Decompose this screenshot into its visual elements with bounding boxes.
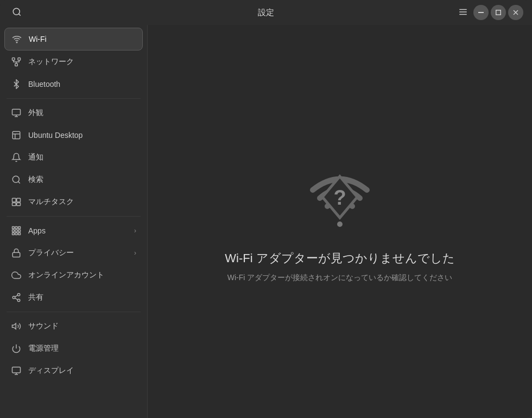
sidebar-item-network[interactable]: ネットワーク	[4, 51, 143, 73]
sidebar-item-ubuntu-label: Ubuntu Desktop	[28, 131, 83, 140]
bluetooth-icon	[11, 79, 22, 90]
sidebar-item-online-accounts-label: オンラインアカウント	[28, 270, 104, 280]
svg-line-36	[15, 298, 17, 300]
wifi-no-adapter-icon: ?	[305, 160, 375, 231]
sidebar-item-network-label: ネットワーク	[28, 57, 74, 67]
svg-text:?: ?	[333, 186, 346, 209]
wifi-icon	[11, 34, 22, 45]
svg-rect-22	[17, 203, 21, 206]
multitask-icon	[11, 197, 22, 207]
titlebar: 設定	[0, 0, 532, 25]
sidebar-item-sharing[interactable]: 共有	[4, 287, 143, 308]
settings-window: 設定	[0, 0, 532, 418]
divider-1	[7, 98, 141, 99]
svg-rect-20	[17, 198, 21, 202]
svg-point-9	[16, 42, 17, 43]
sidebar-item-privacy-label: プライバシー	[28, 248, 74, 258]
svg-line-37	[15, 295, 17, 297]
svg-rect-30	[15, 233, 17, 235]
sidebar-item-appearance[interactable]: 外観	[4, 102, 143, 124]
cloud-icon	[11, 270, 22, 281]
power-icon	[11, 343, 22, 354]
svg-rect-40	[12, 367, 21, 373]
sidebar-item-multitask-label: マルチタスク	[28, 197, 74, 207]
sidebar-item-search-label: 検索	[28, 175, 43, 185]
share-icon	[11, 292, 22, 303]
svg-rect-16	[12, 131, 20, 139]
svg-rect-28	[18, 230, 21, 232]
sidebar-item-ubuntu-desktop[interactable]: Ubuntu Desktop	[4, 124, 143, 146]
search-button[interactable]	[9, 4, 25, 22]
svg-point-34	[12, 296, 15, 299]
titlebar-left	[9, 4, 25, 22]
wifi-no-adapter-container: ?	[305, 160, 375, 233]
svg-marker-38	[12, 324, 16, 330]
divider-2	[7, 216, 141, 217]
svg-rect-32	[12, 252, 20, 257]
privacy-chevron-icon: ›	[134, 249, 136, 257]
sidebar-item-apps-label: Apps	[28, 226, 46, 235]
svg-rect-26	[12, 230, 15, 232]
sidebar-item-multitask[interactable]: マルチタスク	[4, 191, 143, 213]
sidebar-item-sharing-label: 共有	[28, 293, 43, 302]
sidebar-item-power-label: 電源管理	[28, 344, 59, 353]
svg-rect-12	[15, 64, 18, 66]
apps-icon	[11, 225, 22, 236]
sidebar-item-wifi[interactable]: Wi-Fi	[4, 28, 143, 50]
svg-rect-6	[496, 10, 501, 15]
sound-icon	[11, 321, 22, 332]
main-title: Wi-Fi アダプターが見つかりませんでした	[225, 250, 454, 267]
sidebar-item-apps[interactable]: Apps ›	[4, 220, 143, 242]
sidebar-item-notifications-label: 通知	[28, 153, 43, 162]
sidebar-item-online-accounts[interactable]: オンラインアカウント	[4, 264, 143, 286]
svg-rect-24	[15, 227, 17, 229]
bell-icon	[11, 152, 22, 163]
svg-rect-10	[12, 58, 15, 61]
sidebar-item-notifications[interactable]: 通知	[4, 147, 143, 168]
svg-rect-29	[12, 233, 15, 235]
sidebar-item-bluetooth-label: Bluetooth	[28, 80, 60, 88]
sidebar-item-search[interactable]: 検索	[4, 169, 143, 191]
search-nav-icon	[11, 174, 22, 185]
minimize-button[interactable]	[473, 5, 489, 20]
svg-rect-13	[12, 109, 21, 115]
sidebar-item-sound-label: サウンド	[28, 321, 59, 331]
svg-rect-31	[18, 233, 21, 235]
apps-chevron-icon: ›	[134, 227, 136, 235]
menu-button[interactable]	[455, 4, 471, 22]
sidebar-item-display-label: ディスプレイ	[28, 366, 74, 376]
svg-rect-25	[18, 227, 21, 229]
display-icon	[11, 365, 22, 376]
sidebar-item-display[interactable]: ディスプレイ	[4, 360, 143, 382]
svg-point-35	[17, 299, 20, 302]
sidebar-item-power[interactable]: 電源管理	[4, 338, 143, 359]
main-panel: ? Wi-Fi アダプターが見つかりませんでした Wi-Fi アダプターが接続さ…	[148, 25, 532, 418]
svg-point-17	[12, 176, 19, 182]
maximize-button[interactable]	[491, 5, 506, 20]
svg-line-1	[18, 14, 20, 15]
appearance-icon	[11, 107, 22, 118]
window-title: 設定	[258, 8, 274, 18]
close-button[interactable]	[508, 5, 523, 20]
divider-3	[7, 312, 141, 312]
svg-rect-27	[15, 230, 17, 232]
svg-rect-21	[12, 203, 16, 206]
sidebar-item-appearance-label: 外観	[28, 108, 43, 118]
sidebar-item-sound[interactable]: サウンド	[4, 315, 143, 337]
content-area: Wi-Fi ネットワーク	[0, 25, 532, 418]
main-subtitle: Wi-Fi アダプターが接続されオンになっているか確認してください	[227, 273, 453, 283]
window-controls	[455, 4, 523, 22]
sidebar-item-privacy[interactable]: プライバシー ›	[4, 242, 143, 264]
svg-rect-11	[18, 58, 21, 61]
svg-rect-23	[12, 227, 15, 229]
network-icon	[11, 56, 22, 67]
svg-point-33	[17, 294, 20, 296]
svg-rect-19	[12, 198, 16, 202]
sidebar-item-wifi-label: Wi-Fi	[29, 35, 47, 43]
privacy-icon	[11, 248, 22, 258]
svg-rect-5	[478, 12, 484, 13]
ubuntu-icon	[11, 130, 22, 141]
svg-point-0	[13, 8, 20, 15]
sidebar: Wi-Fi ネットワーク	[0, 25, 148, 418]
sidebar-item-bluetooth[interactable]: Bluetooth	[4, 73, 143, 95]
